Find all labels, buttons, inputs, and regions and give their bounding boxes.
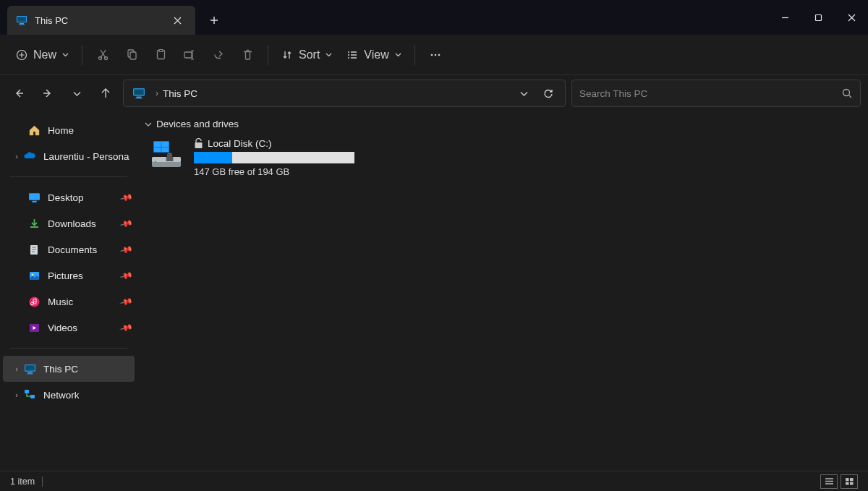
svg-rect-21: [29, 193, 40, 200]
share-button[interactable]: [204, 40, 233, 69]
up-button[interactable]: [94, 82, 117, 105]
pictures-icon: [27, 269, 41, 282]
address-text: This PC: [163, 88, 197, 99]
delete-button[interactable]: [233, 40, 262, 69]
svg-rect-45: [846, 482, 849, 485]
sidebar-item-downloads[interactable]: Downloads 📌: [0, 210, 137, 236]
svg-rect-18: [137, 97, 142, 98]
monitor-icon: [16, 14, 27, 26]
toolbar-separator: [414, 45, 415, 65]
toolbar-separator: [82, 45, 82, 65]
new-label: New: [33, 48, 56, 61]
sidebar-divider: [10, 176, 127, 177]
maximize-button[interactable]: [801, 3, 835, 32]
svg-point-7: [104, 57, 107, 60]
music-icon: [27, 295, 41, 308]
sidebar-item-label: Videos: [48, 323, 77, 333]
home-icon: [27, 124, 41, 137]
svg-rect-38: [162, 148, 169, 152]
svg-rect-2: [20, 23, 24, 25]
refresh-button[interactable]: [536, 81, 561, 106]
nav-bar: › This PC: [0, 75, 868, 111]
close-window-button[interactable]: [835, 3, 868, 32]
svg-rect-3: [19, 25, 25, 25]
back-button[interactable]: [7, 82, 30, 105]
details-view-button[interactable]: [820, 474, 838, 489]
sort-label: Sort: [299, 48, 320, 61]
drive-icon: [152, 140, 187, 168]
more-button[interactable]: [421, 40, 450, 69]
svg-point-6: [98, 57, 101, 60]
svg-point-20: [843, 89, 850, 95]
svg-rect-42: [195, 142, 203, 148]
sidebar-item-pictures[interactable]: Pictures 📌: [0, 262, 137, 289]
search-input[interactable]: [579, 88, 842, 99]
search-box[interactable]: [571, 80, 861, 107]
svg-rect-4: [815, 14, 821, 20]
sidebar-item-desktop[interactable]: Desktop 📌: [0, 184, 137, 210]
svg-rect-22: [32, 200, 36, 202]
chevron-down-icon: [145, 121, 152, 128]
monitor-icon: [23, 362, 36, 375]
svg-point-13: [430, 54, 433, 56]
sort-button[interactable]: Sort: [274, 40, 339, 69]
downloads-icon: [27, 217, 41, 230]
drive-item-c[interactable]: Local Disk (C:) 147 GB free of 194 GB: [142, 134, 373, 182]
svg-rect-29: [25, 365, 35, 370]
view-button[interactable]: View: [339, 40, 408, 69]
svg-rect-30: [27, 372, 32, 373]
sidebar-item-videos[interactable]: Videos 📌: [0, 315, 137, 341]
forward-button[interactable]: [36, 82, 59, 105]
tab-this-pc[interactable]: This PC: [7, 6, 195, 35]
svg-rect-37: [154, 148, 161, 152]
drive-usage-fill: [194, 152, 232, 163]
sidebar-item-documents[interactable]: Documents 📌: [0, 236, 137, 262]
sidebar-item-this-pc[interactable]: › This PC: [3, 356, 135, 382]
group-header-devices[interactable]: Devices and drives: [142, 119, 864, 129]
paste-button[interactable]: [146, 40, 175, 69]
svg-point-41: [155, 161, 157, 163]
svg-rect-32: [25, 390, 29, 393]
unlock-icon: [194, 138, 203, 149]
copy-button[interactable]: [117, 40, 146, 69]
group-label: Devices and drives: [156, 119, 239, 129]
sidebar-item-label: Music: [48, 296, 73, 307]
svg-rect-17: [134, 89, 144, 95]
toolbar-separator: [268, 45, 268, 65]
cut-button[interactable]: [88, 40, 117, 69]
body: Home › Laurentiu - Persona Desktop 📌 Dow…: [0, 111, 868, 471]
pin-icon: 📌: [119, 294, 134, 309]
svg-rect-44: [850, 478, 854, 481]
svg-point-15: [438, 54, 440, 56]
recent-button[interactable]: [65, 82, 88, 105]
minimize-button[interactable]: [768, 3, 801, 32]
address-bar[interactable]: › This PC: [123, 80, 566, 107]
sidebar-item-label: Desktop: [48, 192, 84, 203]
close-tab-button[interactable]: [168, 11, 187, 30]
svg-rect-33: [30, 395, 35, 398]
address-dropdown-button[interactable]: [511, 81, 536, 106]
svg-point-14: [434, 54, 436, 56]
title-bar: This PC: [0, 0, 868, 35]
rename-button[interactable]: [175, 40, 204, 69]
toolbar: New Sort View: [0, 35, 868, 75]
svg-rect-43: [846, 478, 849, 481]
sidebar-item-label: This PC: [43, 364, 78, 375]
status-item-count: 1 item: [10, 477, 35, 487]
tab-label: This PC: [35, 15, 168, 26]
new-tab-button[interactable]: [200, 6, 229, 35]
documents-icon: [27, 243, 41, 256]
svg-rect-11: [159, 50, 163, 52]
drive-usage-bar: [194, 152, 354, 163]
svg-rect-36: [162, 142, 169, 147]
sidebar-item-network[interactable]: › Network: [0, 382, 137, 408]
status-bar: 1 item: [0, 471, 868, 491]
pin-icon: 📌: [119, 320, 134, 335]
sidebar-item-personal[interactable]: › Laurentiu - Persona: [0, 143, 137, 169]
onedrive-icon: [23, 150, 36, 163]
new-button[interactable]: New: [9, 40, 76, 69]
sidebar-item-home[interactable]: Home: [0, 117, 137, 143]
sidebar-item-music[interactable]: Music 📌: [0, 289, 137, 315]
thumbnails-view-button[interactable]: [841, 474, 858, 489]
drive-subtext: 147 GB free of 194 GB: [194, 166, 370, 177]
